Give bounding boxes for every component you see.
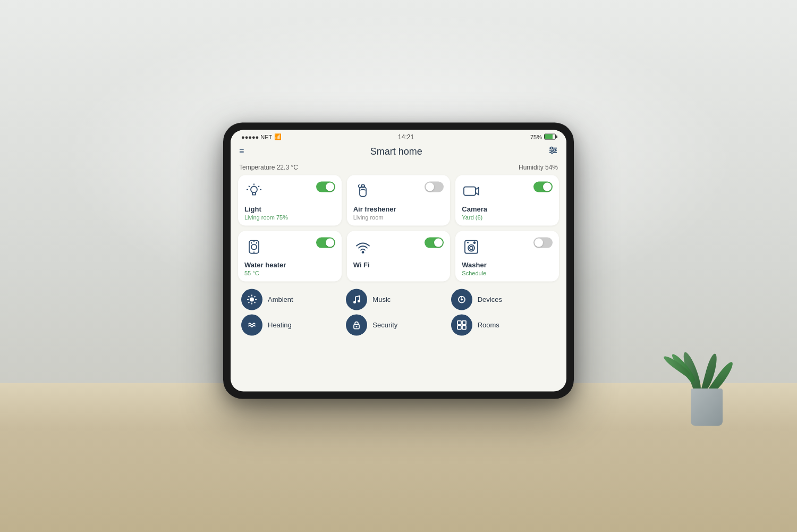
device-card-light[interactable]: Light Living room 75% bbox=[238, 175, 342, 225]
light-icon bbox=[244, 181, 264, 200]
devices-label: Devices bbox=[478, 295, 502, 303]
svg-rect-16 bbox=[361, 184, 364, 187]
svg-line-8 bbox=[258, 185, 259, 187]
svg-line-38 bbox=[255, 296, 256, 297]
freshener-sub: Living room bbox=[353, 214, 444, 220]
washer-icon bbox=[462, 237, 481, 256]
device-grid: Light Living room 75% bbox=[231, 175, 566, 286]
device-card-freshener[interactable]: Air freshener Living room bbox=[347, 175, 451, 225]
freshener-toggle[interactable] bbox=[425, 181, 444, 192]
status-battery: 75% bbox=[530, 133, 556, 140]
table-surface bbox=[0, 383, 797, 532]
heating-label: Heating bbox=[268, 321, 292, 329]
rooms-label: Rooms bbox=[478, 321, 499, 329]
washer-sub: Schedule bbox=[462, 269, 553, 276]
svg-point-4 bbox=[554, 149, 556, 151]
settings-button[interactable] bbox=[548, 146, 558, 157]
heater-name: Water heater bbox=[244, 260, 335, 268]
device-card-camera[interactable]: Camera Yard (6) bbox=[455, 175, 559, 225]
device-card-wifi[interactable]: Wi Fi bbox=[347, 231, 451, 281]
devices-icon bbox=[451, 289, 472, 310]
ambient-label: Ambient bbox=[268, 295, 293, 303]
svg-point-42 bbox=[461, 298, 463, 300]
heating-icon bbox=[241, 314, 262, 335]
svg-point-30 bbox=[250, 297, 254, 301]
bottom-nav: Ambient Music bbox=[231, 286, 566, 341]
nav-security[interactable]: Security bbox=[346, 314, 451, 335]
wifi-toggle[interactable] bbox=[425, 237, 444, 248]
svg-rect-47 bbox=[462, 320, 466, 324]
svg-rect-48 bbox=[457, 325, 461, 329]
nav-music[interactable]: Music bbox=[346, 289, 451, 310]
svg-point-45 bbox=[356, 326, 358, 327]
freshener-name: Air freshener bbox=[353, 205, 444, 213]
svg-rect-18 bbox=[249, 240, 259, 253]
heater-sub: 55 °C bbox=[244, 269, 335, 276]
freshener-icon bbox=[353, 181, 372, 200]
device-card-washer[interactable]: Washer Schedule bbox=[455, 231, 559, 281]
svg-point-40 bbox=[358, 300, 360, 302]
svg-point-24 bbox=[362, 251, 363, 253]
light-toggle[interactable] bbox=[316, 181, 335, 192]
washer-name: Washer bbox=[462, 260, 553, 268]
status-carrier: ●●●●● NET 📶 bbox=[241, 133, 282, 140]
plant-decoration bbox=[680, 309, 733, 426]
info-bar: Temperature 22.3 °C Humidity 54% bbox=[231, 161, 566, 175]
svg-rect-46 bbox=[457, 320, 461, 324]
wifi-device-icon bbox=[353, 237, 372, 256]
temperature-display: Temperature 22.3 °C bbox=[239, 163, 298, 171]
music-label: Music bbox=[372, 295, 391, 303]
svg-line-36 bbox=[255, 302, 256, 303]
device-card-heater[interactable]: Water heater 55 °C bbox=[238, 231, 342, 281]
status-time: 14:21 bbox=[398, 133, 414, 140]
svg-point-29 bbox=[474, 242, 476, 243]
ambient-icon bbox=[241, 289, 262, 310]
nav-heating[interactable]: Heating bbox=[241, 314, 346, 335]
music-icon bbox=[346, 289, 367, 310]
security-label: Security bbox=[372, 321, 397, 329]
washer-toggle[interactable] bbox=[533, 237, 553, 248]
security-icon bbox=[346, 314, 367, 335]
svg-line-35 bbox=[249, 296, 250, 297]
nav-rooms[interactable]: Rooms bbox=[451, 314, 556, 335]
rooms-icon bbox=[451, 314, 472, 335]
tablet-device: ●●●●● NET 📶 14:21 75% ≡ Smart home bbox=[223, 122, 574, 399]
svg-point-19 bbox=[251, 244, 257, 249]
app-header: ≡ Smart home bbox=[231, 143, 566, 161]
heater-toggle[interactable] bbox=[316, 237, 335, 248]
svg-point-39 bbox=[353, 301, 356, 303]
svg-line-37 bbox=[249, 302, 250, 303]
camera-sub: Yard (6) bbox=[462, 214, 553, 220]
app-title: Smart home bbox=[370, 146, 422, 157]
svg-rect-49 bbox=[462, 325, 466, 329]
camera-toggle[interactable] bbox=[533, 181, 553, 192]
light-name: Light bbox=[244, 205, 335, 213]
svg-point-5 bbox=[551, 151, 553, 154]
battery-percent: 75% bbox=[530, 133, 542, 140]
svg-point-26 bbox=[468, 244, 474, 251]
menu-button[interactable]: ≡ bbox=[239, 147, 244, 156]
nav-devices[interactable]: Devices bbox=[451, 289, 556, 310]
status-bar: ●●●●● NET 📶 14:21 75% bbox=[231, 130, 566, 143]
svg-point-27 bbox=[470, 246, 473, 249]
battery-bar-icon bbox=[544, 134, 556, 140]
humidity-display: Humidity 54% bbox=[519, 163, 558, 171]
battery-fill bbox=[545, 134, 553, 139]
svg-rect-17 bbox=[464, 187, 476, 195]
wifi-name: Wi Fi bbox=[353, 260, 444, 268]
svg-line-10 bbox=[249, 185, 250, 187]
camera-icon bbox=[462, 181, 481, 200]
nav-ambient[interactable]: Ambient bbox=[241, 289, 346, 310]
wifi-status-icon: 📶 bbox=[274, 133, 282, 140]
svg-rect-15 bbox=[360, 187, 366, 196]
svg-point-6 bbox=[251, 186, 257, 192]
heater-icon bbox=[244, 237, 264, 256]
camera-name: Camera bbox=[462, 205, 553, 213]
light-sub: Living room 75% bbox=[244, 214, 335, 220]
carrier-text: ●●●●● NET bbox=[241, 133, 272, 140]
svg-point-3 bbox=[550, 147, 553, 149]
